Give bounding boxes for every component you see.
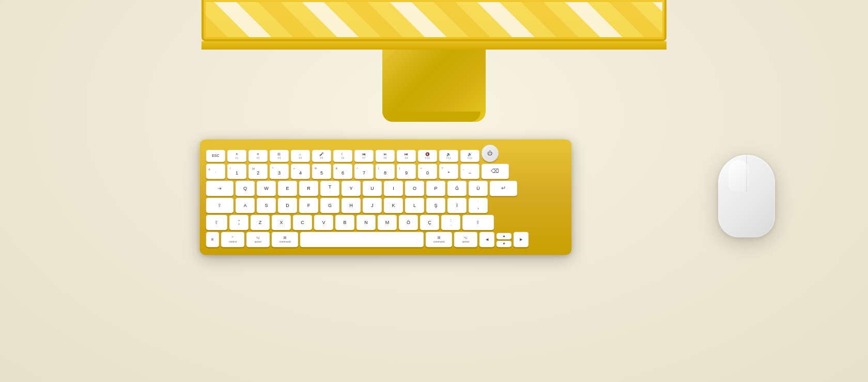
key-u[interactable]: U (362, 181, 382, 196)
imac-chin (202, 41, 667, 50)
key-angle[interactable]: > < (229, 215, 249, 230)
imac-screen (202, 0, 667, 41)
key-spacebar[interactable] (300, 232, 424, 247)
key-f10[interactable]: 🔇 F10 (417, 150, 437, 162)
key-power[interactable]: ⏻ (481, 145, 499, 162)
key-z[interactable]: Z (250, 215, 270, 230)
key-f7[interactable]: ⏮ F7 (354, 150, 374, 162)
key-shift-right[interactable]: ⇧ (462, 215, 494, 230)
key-comma-tr[interactable]: ' , (468, 198, 488, 213)
key-option-right[interactable]: ⌥ option (454, 232, 477, 247)
key-option-left[interactable]: ⌥ option (246, 232, 270, 247)
number-row: é " ! 1 ' 3# 2 ^ 3 + 4 % 5 (206, 164, 565, 179)
key-dot-tr[interactable]: : . (441, 215, 460, 230)
key-f8[interactable]: ⏯ F8 (375, 150, 395, 162)
key-shift-left[interactable]: ⇧ (206, 215, 227, 230)
key-h[interactable]: H (341, 198, 361, 213)
key-f11[interactable]: 🔉 F11 (439, 150, 458, 162)
key-return[interactable]: ↵ (489, 181, 517, 196)
key-f1[interactable]: ☀ F1 (227, 150, 246, 162)
home-row: ⇪ A S D F G H J K L Ş İ ' , (206, 198, 565, 213)
keyboard-body: ESC ☀ F1 ☀ F2 ⊞ F3 ⌕ F4 🎤 F5 (199, 139, 571, 255)
key-p[interactable]: P (426, 181, 445, 196)
key-c[interactable]: C (292, 215, 312, 230)
key-a[interactable]: A (235, 198, 255, 213)
key-w[interactable]: W (256, 181, 276, 196)
key-f5[interactable]: 🎤 F5 (312, 150, 331, 162)
key-l[interactable]: L (405, 198, 424, 213)
key-u-umlaut[interactable]: Ü (468, 181, 488, 196)
key-v[interactable]: V (314, 215, 333, 230)
imac-stand (382, 50, 486, 122)
imac-screen-content (206, 2, 662, 37)
key-capslock[interactable]: ⇪ (206, 198, 234, 213)
key-control[interactable]: ⌃ control (221, 232, 244, 247)
key-o-umlaut[interactable]: Ö (398, 215, 418, 230)
key-2[interactable]: ' 3# 2 (248, 164, 268, 179)
key-4[interactable]: + 4 (290, 164, 310, 179)
key-f3[interactable]: ⊞ F3 (269, 150, 289, 162)
qwerty-row: ⇥ Q W E R T ₜ Y U I O P Ğ Ü ↵ (206, 181, 565, 196)
key-i-dot[interactable]: İ (447, 198, 467, 213)
key-command-right[interactable]: ⌘ command (425, 232, 452, 247)
bottom-row: ⌘ ⌃ control ⌥ option ⌘ command ⌘ command… (206, 232, 565, 247)
key-1[interactable]: ! 1 (227, 164, 246, 179)
key-t[interactable]: T ₜ (320, 181, 339, 196)
key-backspace[interactable]: ⌫ (481, 164, 509, 179)
key-d[interactable]: D (277, 198, 297, 213)
key-i[interactable]: I (383, 181, 403, 196)
key-arrow-down[interactable]: ▼ (496, 241, 512, 247)
key-f4[interactable]: ⌕ F4 (290, 150, 310, 162)
key-x[interactable]: X (271, 215, 291, 230)
key-f12[interactable]: 🔊 F12 (460, 150, 479, 162)
key-r[interactable]: R (299, 181, 318, 196)
key-q[interactable]: Q (235, 181, 255, 196)
magic-keyboard: ESC ☀ F1 ☀ F2 ⊞ F3 ⌕ F4 🎤 F5 (199, 139, 571, 255)
key-m[interactable]: M (377, 215, 397, 230)
key-e[interactable]: E (277, 181, 297, 196)
key-3[interactable]: ^ 3 (269, 164, 289, 179)
key-7[interactable]: / 7 (354, 164, 374, 179)
key-9[interactable]: ) 9 (396, 164, 416, 179)
fn-row: ESC ☀ F1 ☀ F2 ⊞ F3 ⌕ F4 🎤 F5 (206, 145, 565, 162)
key-g[interactable]: G (320, 198, 339, 213)
key-tab[interactable]: ⇥ (206, 181, 234, 196)
key-o[interactable]: O (405, 181, 424, 196)
shift-row: ⇧ > < Z X C V B N M Ö Ç : . ⇧ (206, 215, 565, 230)
key-g-breve[interactable]: Ğ (447, 181, 467, 196)
key-backtick[interactable]: é " (206, 164, 225, 179)
key-s[interactable]: S (256, 198, 276, 213)
key-minus[interactable]: ? * (439, 164, 458, 179)
imac-monitor (202, 0, 667, 122)
key-s-cedilla[interactable]: Ş (426, 198, 445, 213)
magic-mouse (718, 155, 775, 237)
key-arrow-left[interactable]: ◀ (479, 232, 494, 247)
key-f[interactable]: F (299, 198, 318, 213)
mouse-body[interactable] (718, 155, 775, 237)
key-f9[interactable]: ⏭ F9 (396, 150, 416, 162)
key-fn[interactable]: ⌘ (206, 232, 219, 247)
key-8[interactable]: ( 8 (375, 164, 395, 179)
key-k[interactable]: K (383, 198, 403, 213)
key-f6[interactable]: ☾ F6 (333, 150, 352, 162)
key-j[interactable]: J (362, 198, 382, 213)
key-6[interactable]: & 6 (333, 164, 352, 179)
key-f2[interactable]: ☀ F2 (248, 150, 268, 162)
key-arrow-right[interactable]: ▶ (513, 232, 529, 247)
mouse-highlight (729, 160, 749, 191)
key-5[interactable]: % 5 (312, 164, 331, 179)
key-y[interactable]: Y (341, 181, 361, 196)
key-c-cedilla[interactable]: Ç (420, 215, 439, 230)
key-command-left[interactable]: ⌘ command (271, 232, 298, 247)
key-n[interactable]: N (356, 215, 376, 230)
key-esc[interactable]: ESC (206, 150, 225, 162)
key-0[interactable]: = 0 (417, 164, 437, 179)
key-b[interactable]: B (335, 215, 354, 230)
key-equals[interactable]: _ – (460, 164, 479, 179)
key-arrow-up[interactable]: ▲ (496, 233, 512, 240)
